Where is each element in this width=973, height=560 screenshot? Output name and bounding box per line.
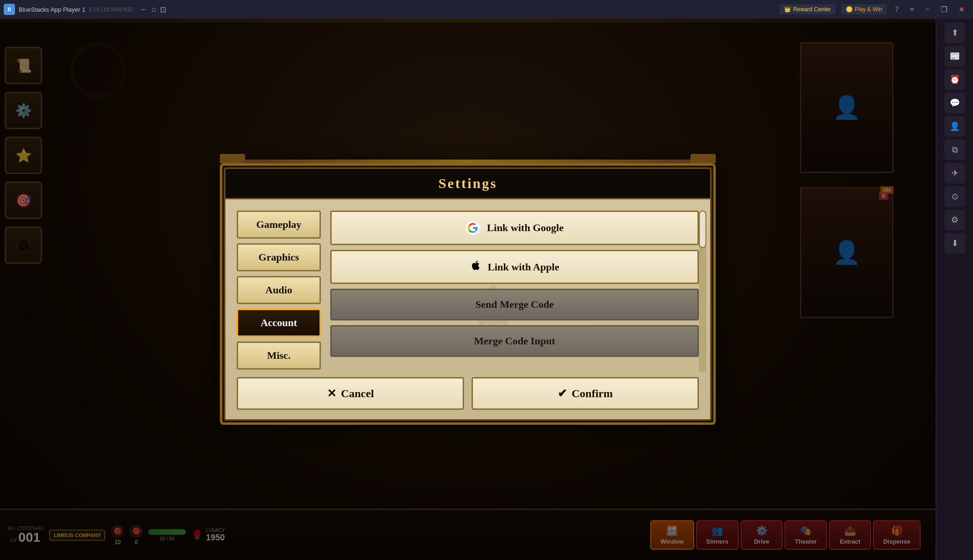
send-merge-button[interactable]: Send Merge Code	[330, 289, 699, 320]
sidebar-scroll-down[interactable]: ⬇	[944, 233, 965, 254]
scroll-track	[699, 211, 706, 372]
sidebar-gear[interactable]: ⚙	[944, 210, 965, 230]
link-apple-button[interactable]: Link with Apple	[330, 250, 699, 284]
sidebar-scroll-up[interactable]: ⬆	[944, 22, 965, 43]
merge-code-label: Merge Code Input	[474, 335, 555, 347]
scroll-thumb[interactable]	[699, 211, 706, 248]
help-icon[interactable]: ?	[893, 5, 901, 14]
menu-icon[interactable]: ≡	[907, 5, 917, 14]
settings-header: Settings	[225, 169, 710, 199]
settings-right-panel: Link with Google Link with Apple Send Me…	[330, 211, 699, 370]
play-win-label: Play & Win	[855, 6, 882, 13]
sidebar-layers[interactable]: ⧉	[944, 139, 965, 160]
settings-content: ⚙ Gameplay Graphics	[225, 199, 710, 419]
settings-title: Settings	[438, 175, 497, 191]
sidebar-plane[interactable]: ✈	[944, 163, 965, 183]
sidebar-clock[interactable]: ⏰	[944, 69, 965, 90]
confirm-button[interactable]: ✔ Confirm	[472, 377, 699, 410]
app-version: 5.10.110.1002 N32	[89, 7, 133, 12]
google-icon	[465, 220, 480, 235]
link-google-button[interactable]: Link with Google	[330, 211, 699, 245]
titlebar-right-controls: 👑 Reward Center 🪙 Play & Win ? ≡ − ❐ ✕	[779, 4, 973, 15]
tab-gameplay[interactable]: Gameplay	[237, 211, 321, 239]
minimize-button[interactable]: −	[922, 5, 932, 14]
right-sidebar: ⬆ 📰 ⏰ 💬 👤 ⧉ ✈ ⊙ ⚙ ⬇	[936, 19, 973, 560]
cancel-icon: ✕	[327, 387, 336, 400]
settings-tabs: Gameplay Graphics Audio Account	[237, 211, 321, 370]
app-title: BlueStacks App Player 1	[19, 6, 85, 13]
cancel-button[interactable]: ✕ Cancel	[237, 377, 464, 410]
settings-bottom-buttons: ✕ Cancel ✔ Confirm	[237, 377, 699, 410]
reward-label: Reward Center	[793, 6, 831, 13]
cancel-label: Cancel	[341, 387, 374, 400]
play-win-icon: 🪙	[846, 6, 853, 13]
settings-overlay: Settings ⚙ Gameplay Grap	[0, 19, 936, 560]
panel-top-deco	[220, 154, 716, 163]
nav-home[interactable]: ⌂	[152, 5, 156, 14]
sidebar-profile[interactable]: 👤	[944, 116, 965, 137]
settings-inner: Settings ⚙ Gameplay Grap	[224, 167, 712, 421]
tab-audio[interactable]: Audio	[237, 276, 321, 304]
link-apple-label: Link with Apple	[488, 261, 559, 273]
confirm-label: Confirm	[572, 387, 613, 400]
sidebar-news[interactable]: 📰	[944, 46, 965, 66]
apple-icon	[470, 260, 481, 274]
nav-bookmark[interactable]: ⊡	[160, 5, 166, 14]
app-icon: B	[4, 4, 15, 15]
restore-button[interactable]: ❐	[938, 5, 950, 14]
reward-center-button[interactable]: 👑 Reward Center	[779, 4, 835, 15]
tab-graphics[interactable]: Graphics	[237, 243, 321, 271]
close-button[interactable]: ✕	[956, 5, 967, 14]
tab-misc[interactable]: Misc.	[237, 342, 321, 370]
play-win-button[interactable]: 🪙 Play & Win	[841, 4, 887, 15]
titlebar: B BlueStacks App Player 1 5.10.110.1002 …	[0, 0, 973, 19]
tab-account[interactable]: Account	[237, 309, 321, 337]
sidebar-chat[interactable]: 💬	[944, 93, 965, 113]
merge-code-input-button[interactable]: Merge Code Input	[330, 325, 699, 357]
link-google-label: Link with Google	[487, 222, 564, 234]
nav-icons: ← ⌂ ⊡	[140, 5, 166, 14]
settings-container: Settings ⚙ Gameplay Grap	[220, 163, 716, 425]
nav-back[interactable]: ←	[140, 5, 148, 14]
reward-icon: 👑	[784, 6, 791, 13]
send-merge-label: Send Merge Code	[475, 298, 553, 311]
sidebar-circle[interactable]: ⊙	[944, 186, 965, 207]
settings-panel: Settings ⚙ Gameplay Grap	[220, 154, 716, 425]
confirm-icon: ✔	[558, 387, 567, 400]
settings-columns: Gameplay Graphics Audio Account	[237, 211, 699, 370]
